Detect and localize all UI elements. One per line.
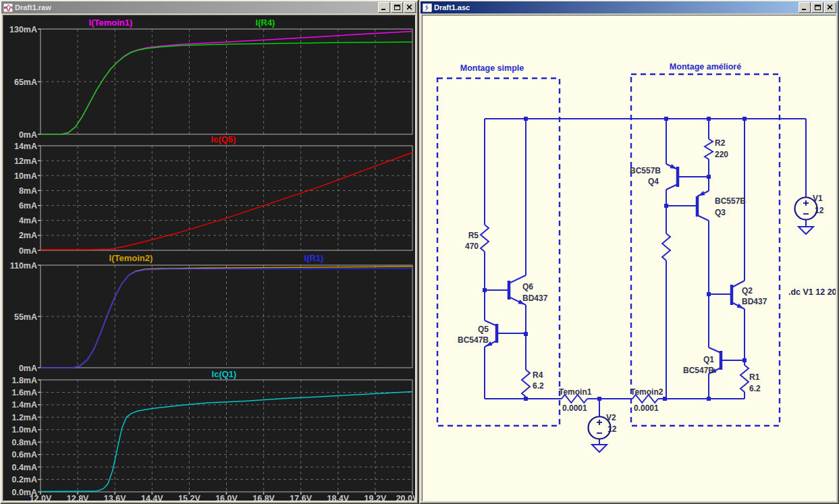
schematic-label[interactable]: R5 — [468, 231, 479, 240]
ground-icon — [799, 227, 813, 234]
y-tick-label: 55mA — [14, 312, 37, 322]
x-tick-label: 14.4V — [141, 494, 163, 501]
y-tick-label: 8mA — [19, 186, 37, 196]
x-tick-label: 12.8V — [67, 494, 89, 501]
schematic-label[interactable]: 6.2 — [533, 381, 544, 391]
schematic-label[interactable]: Montage simple — [460, 63, 524, 73]
schematic-label[interactable]: R2 — [715, 138, 726, 148]
resistor-symbol[interactable] — [522, 370, 530, 397]
close-button[interactable] — [404, 2, 416, 13]
junction-dot — [742, 358, 747, 362]
y-tick-label: 0mA — [19, 130, 37, 140]
schematic-label[interactable]: R4 — [533, 370, 543, 380]
schematic-label[interactable]: Q6 — [522, 282, 533, 291]
waveform-window: Draft1.raw 130mA65mA0mAI(Temoin1)I(R4)14… — [0, 0, 418, 504]
junction-dot — [707, 175, 711, 179]
y-tick-label: 12mA — [14, 157, 37, 166]
schematic-label[interactable]: 0.0001 — [562, 403, 587, 413]
maximize-button[interactable] — [391, 2, 403, 13]
y-tick-label: 4mA — [19, 216, 37, 225]
wire — [709, 347, 721, 353]
maximize-button[interactable] — [811, 2, 823, 13]
junction-dot — [483, 288, 487, 292]
schematic-label[interactable]: 6.2 — [749, 384, 761, 393]
window-title: Draft1.raw — [15, 3, 375, 11]
schematic-label[interactable]: BD437 — [522, 293, 548, 303]
waveform-titlebar[interactable]: Draft1.raw — [1, 1, 417, 13]
y-tick-label: 1.8mA — [11, 376, 37, 385]
schematic-label[interactable]: Q4 — [648, 177, 659, 186]
junction-dot — [597, 397, 601, 401]
trace-label[interactable]: Ic(Q5) — [211, 134, 236, 144]
y-tick-label: 2mA — [19, 231, 37, 240]
schematic-doc-icon — [422, 3, 432, 12]
schematic-label[interactable]: 470 — [465, 242, 479, 251]
close-button[interactable] — [824, 2, 836, 13]
junction-dot — [664, 117, 668, 121]
x-tick-label: 16.0V — [215, 494, 238, 501]
wire — [666, 184, 678, 190]
y-tick-label: 1.2mA — [11, 413, 37, 422]
schematic-label[interactable]: 220 — [715, 150, 728, 159]
junction-dot — [742, 117, 747, 121]
y-tick-label: 1.6mA — [11, 388, 37, 397]
trace-label[interactable]: Ic(Q1) — [212, 369, 237, 379]
schematic-label[interactable]: BD437 — [742, 297, 767, 306]
trace-label[interactable]: I(Temoin1) — [89, 18, 133, 28]
trace-label[interactable]: I(R4) — [256, 18, 275, 28]
resistor-symbol[interactable] — [705, 139, 713, 159]
trace-label[interactable]: I(Temoin2) — [109, 253, 153, 263]
y-tick-label: 0.6mA — [11, 450, 37, 459]
x-tick-label: 18.4V — [327, 494, 349, 501]
schematic-titlebar[interactable]: Draft1.asc — [421, 1, 838, 13]
junction-dot — [707, 292, 711, 296]
junction-dot — [663, 397, 667, 401]
x-tick-label: 19.2V — [364, 494, 387, 501]
y-tick-label: 0mA — [19, 364, 37, 373]
y-tick-label: 0.2mA — [11, 475, 37, 484]
y-tick-label: 0.4mA — [11, 463, 37, 472]
schematic-drawing: Montage simpleMontage amélioréR5470Q6BD4… — [423, 16, 836, 501]
x-tick-label: 13.6V — [104, 494, 126, 501]
schematic-canvas[interactable]: Montage simpleMontage amélioréR5470Q6BD4… — [422, 15, 836, 501]
y-tick-label: 65mA — [14, 78, 37, 87]
x-tick-label: 16.8V — [252, 494, 275, 501]
schematic-label[interactable]: BC557B — [715, 196, 746, 206]
y-tick-label: 110mA — [10, 261, 37, 271]
minimize-button[interactable] — [378, 2, 390, 13]
x-tick-label: 15.2V — [178, 494, 200, 501]
schematic-label[interactable]: Q5 — [478, 325, 489, 334]
junction-dot — [707, 117, 711, 121]
junction-dot — [524, 332, 528, 336]
x-tick-label: 20.0V — [396, 494, 416, 501]
waveform-doc-icon — [3, 3, 13, 12]
schematic-label[interactable]: Montage amélioré — [670, 62, 741, 72]
ground-icon — [592, 445, 607, 452]
schematic-label[interactable]: R1 — [749, 372, 760, 382]
trace-I(R4) — [40, 42, 412, 134]
y-tick-label: 14mA — [14, 142, 37, 151]
schematic-label[interactable]: 0.0001 — [634, 403, 659, 413]
resistor-symbol[interactable] — [740, 365, 749, 392]
schematic-label[interactable]: BC547B — [683, 366, 714, 375]
schematic-label[interactable]: Q2 — [742, 286, 753, 296]
schematic-label[interactable]: Temoin2 — [630, 387, 664, 397]
schematic-label[interactable]: .dc V1 12 20 .1 — [788, 287, 836, 297]
waveform-plot-area[interactable]: 130mA65mA0mAI(Temoin1)I(R4)14mA12mA10mA8… — [3, 15, 416, 501]
y-tick-label: 1.4mA — [11, 400, 37, 410]
emitter-arrow-icon — [699, 191, 705, 196]
junction-dot — [664, 204, 668, 208]
schematic-label[interactable]: BC547B — [458, 335, 489, 345]
schematic-label[interactable]: Temoin1 — [559, 387, 592, 397]
trace-label[interactable]: I(R1) — [304, 253, 324, 263]
wire — [697, 215, 709, 221]
x-tick-label: 17.6V — [290, 494, 312, 501]
minimize-button[interactable] — [799, 2, 811, 13]
resistor-symbol[interactable] — [481, 225, 489, 252]
y-tick-label: 130mA — [9, 25, 37, 34]
resistor-symbol[interactable] — [662, 233, 670, 260]
schematic-label[interactable]: Q1 — [703, 355, 714, 364]
schematic-label[interactable]: BC557B — [630, 166, 661, 175]
junction-dot — [524, 397, 528, 401]
schematic-label[interactable]: Q3 — [715, 208, 726, 217]
